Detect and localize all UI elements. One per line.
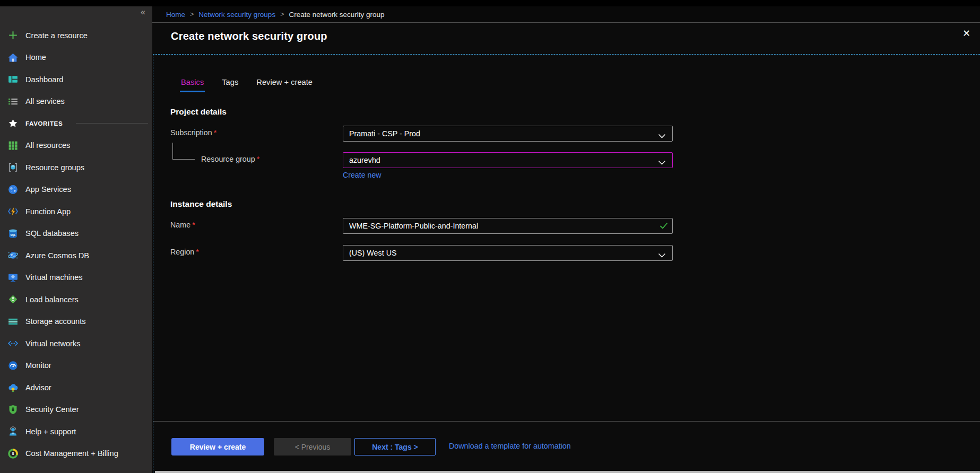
sidebar-item-label: All resources	[25, 141, 70, 150]
sidebar-item-azure-cosmos-db[interactable]: Azure Cosmos DB	[0, 244, 152, 267]
sidebar-item-home[interactable]: Home	[0, 47, 152, 69]
sidebar-item-help-support[interactable]: Help + support	[0, 421, 152, 443]
previous-button[interactable]: < Previous	[274, 438, 351, 456]
sidebar-item-storage-accounts[interactable]: Storage accounts	[0, 311, 152, 333]
instance-details-heading: Instance details	[170, 199, 232, 209]
title-bar: Create network security group ✕	[152, 23, 980, 50]
chevron-down-icon	[658, 251, 666, 259]
favorites-label: FAVORITES	[25, 120, 63, 127]
sidebar: « Create a resource Home Dashboard All s…	[0, 6, 152, 473]
create-nsg-panel: Basics Tags Review + create Project deta…	[153, 54, 980, 473]
plus-icon	[7, 30, 19, 41]
review-create-button[interactable]: Review + create	[171, 438, 264, 456]
sidebar-item-dashboard[interactable]: Dashboard	[0, 68, 152, 91]
sidebar-item-load-balancers[interactable]: Load balancers	[0, 288, 152, 311]
sidebar-item-all-resources[interactable]: All resources	[0, 135, 152, 157]
sidebar-item-cost-management-billing[interactable]: $ Cost Management + Billing	[0, 443, 152, 465]
function-app-icon	[7, 206, 19, 217]
chevron-right-icon: >	[280, 11, 284, 18]
horizontal-scrollbar[interactable]	[155, 471, 980, 473]
resource-group-label: Resource group*	[201, 155, 259, 163]
app-services-icon	[7, 184, 19, 195]
name-input[interactable]	[343, 218, 673, 234]
chevron-down-icon	[658, 132, 666, 140]
tab-basics[interactable]: Basics	[180, 78, 205, 92]
sidebar-item-security-center[interactable]: Security Center	[0, 399, 152, 421]
grid-icon	[7, 140, 19, 151]
sidebar-item-label: Dashboard	[25, 75, 63, 84]
required-asterisk: *	[257, 155, 260, 163]
sidebar-item-sql-databases[interactable]: SQL SQL databases	[0, 223, 152, 245]
resource-groups-icon	[7, 162, 19, 173]
sidebar-item-label: Azure Cosmos DB	[25, 251, 89, 260]
top-strip	[0, 0, 980, 6]
breadcrumb-home-link[interactable]: Home	[166, 11, 185, 19]
sidebar-nav: Create a resource Home Dashboard All ser…	[0, 6, 152, 465]
region-select[interactable]: (US) West US	[343, 245, 673, 261]
sidebar-item-monitor[interactable]: Monitor	[0, 355, 152, 377]
load-balancer-icon	[7, 294, 19, 305]
sidebar-item-label: Storage accounts	[25, 317, 86, 326]
resource-group-select[interactable]: azurevhd	[343, 152, 673, 168]
tab-tags[interactable]: Tags	[221, 78, 239, 92]
sidebar-item-label: Cost Management + Billing	[25, 449, 118, 458]
sidebar-item-label: Advisor	[25, 383, 51, 392]
region-label: Region*	[170, 248, 199, 256]
help-support-icon	[7, 426, 19, 437]
breadcrumb-network-security-groups-link[interactable]: Network security groups	[198, 11, 275, 19]
tab-bar: Basics Tags Review + create	[180, 78, 314, 92]
subscription-select[interactable]: Pramati - CSP - Prod	[343, 126, 673, 142]
download-template-link[interactable]: Download a template for automation	[449, 442, 571, 450]
virtual-network-icon	[7, 338, 19, 349]
next-tags-button[interactable]: Next : Tags >	[354, 438, 436, 456]
sidebar-item-create-a-resource[interactable]: Create a resource	[0, 24, 152, 47]
chevron-right-icon: >	[190, 11, 194, 18]
collapse-sidebar-icon[interactable]: «	[141, 8, 145, 16]
sidebar-item-advisor[interactable]: Advisor	[0, 376, 152, 399]
subscription-label: Subscription*	[170, 128, 216, 137]
storage-icon	[7, 316, 19, 327]
sidebar-item-virtual-networks[interactable]: Virtual networks	[0, 332, 152, 355]
monitor-icon	[7, 360, 19, 371]
sidebar-item-label: Home	[25, 53, 46, 62]
cost-management-icon: $	[7, 448, 19, 459]
sidebar-item-label: SQL databases	[25, 229, 79, 238]
sidebar-item-label: Function App	[25, 207, 71, 216]
name-label: Name*	[170, 221, 195, 229]
required-asterisk: *	[214, 128, 217, 137]
svg-text:SQL: SQL	[11, 233, 16, 236]
breadcrumb-current: Create network security group	[289, 11, 384, 19]
required-asterisk: *	[192, 221, 195, 229]
required-asterisk: *	[196, 248, 199, 256]
sql-database-icon: SQL	[7, 228, 19, 239]
sidebar-item-label: App Services	[25, 185, 71, 194]
name-field-wrap	[343, 218, 673, 234]
sidebar-item-label: Virtual networks	[25, 339, 81, 348]
svg-text:$: $	[12, 451, 14, 456]
create-new-link[interactable]: Create new	[343, 171, 381, 179]
chevron-down-icon	[658, 158, 666, 167]
resource-group-value: azurevhd	[349, 156, 380, 164]
tab-review-create[interactable]: Review + create	[255, 78, 314, 92]
sidebar-item-function-app[interactable]: Function App	[0, 200, 152, 223]
advisor-icon	[7, 382, 19, 393]
close-icon[interactable]: ✕	[962, 29, 970, 38]
virtual-machine-icon	[7, 272, 19, 283]
sidebar-item-virtual-machines[interactable]: Virtual machines	[0, 267, 152, 289]
sidebar-item-label: Virtual machines	[25, 273, 83, 282]
sidebar-item-label: Help + support	[25, 427, 76, 436]
subscription-value: Pramati - CSP - Prod	[349, 129, 420, 138]
main-content: Home > Network security groups > Create …	[152, 6, 980, 473]
footer-divider	[153, 421, 980, 422]
project-details-heading: Project details	[170, 107, 227, 117]
sidebar-item-resource-groups[interactable]: Resource groups	[0, 156, 152, 179]
sidebar-item-app-services[interactable]: App Services	[0, 179, 152, 201]
azure-portal-screen: « Create a resource Home Dashboard All s…	[0, 0, 980, 473]
list-icon	[7, 96, 19, 107]
sidebar-item-all-services[interactable]: All services	[0, 91, 152, 113]
sidebar-favorites-header: FAVORITES	[0, 112, 152, 135]
page-title: Create network security group	[171, 30, 327, 42]
sidebar-item-label: Monitor	[25, 361, 51, 370]
sidebar-item-label: All services	[25, 97, 65, 106]
resource-group-connector-line	[172, 143, 195, 160]
